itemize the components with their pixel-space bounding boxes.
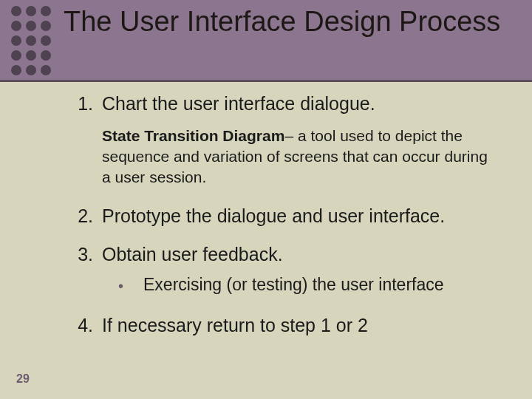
list-item: 1. Chart the user interface dialogue. (61, 92, 502, 115)
slide-title: The User Interface Design Process (64, 0, 510, 38)
svg-point-10 (26, 50, 36, 61)
list-text: Obtain user feedback. (102, 242, 283, 266)
list-item: 3. Obtain user feedback. (61, 242, 502, 266)
list-item: 4. If necessary return to step 1 or 2 (61, 313, 502, 337)
svg-point-7 (26, 35, 36, 46)
list-item: 2. Prototype the dialogue and user inter… (61, 204, 502, 228)
slide-number: 29 (16, 372, 30, 386)
subnote-term: State Transition Diagram (102, 127, 284, 144)
slide: The User Interface Design Process 1. Cha… (0, 0, 532, 399)
list-number: 4. (61, 313, 102, 337)
list-text: Prototype the dialogue and user interfac… (102, 204, 445, 228)
svg-point-11 (41, 50, 51, 61)
title-underline (0, 80, 532, 82)
svg-point-4 (26, 21, 36, 31)
bullet-text: Exercising (or testing) the user interfa… (143, 273, 444, 296)
svg-point-13 (26, 65, 36, 75)
list-number: 3. (61, 242, 102, 266)
svg-point-5 (41, 21, 51, 31)
svg-point-2 (41, 6, 51, 16)
svg-point-3 (11, 21, 21, 31)
subnote: State Transition Diagram– a tool used to… (102, 126, 495, 188)
list-number: 2. (61, 204, 102, 228)
svg-point-9 (11, 50, 21, 61)
svg-point-1 (26, 6, 36, 16)
list-number: 1. (61, 92, 102, 115)
svg-point-6 (11, 35, 21, 46)
svg-point-14 (41, 65, 51, 75)
svg-point-0 (11, 6, 21, 16)
decorative-dots-icon (9, 5, 55, 76)
svg-point-8 (41, 35, 51, 46)
sub-bullet: • Exercising (or testing) the user inter… (114, 273, 502, 297)
bullet-icon: • (114, 273, 143, 297)
slide-content: 1. Chart the user interface dialogue. St… (61, 92, 502, 347)
list-text: If necessary return to step 1 or 2 (102, 313, 368, 337)
title-band: The User Interface Design Process (0, 0, 532, 80)
list-text: Chart the user interface dialogue. (102, 92, 375, 115)
svg-point-12 (11, 65, 21, 75)
